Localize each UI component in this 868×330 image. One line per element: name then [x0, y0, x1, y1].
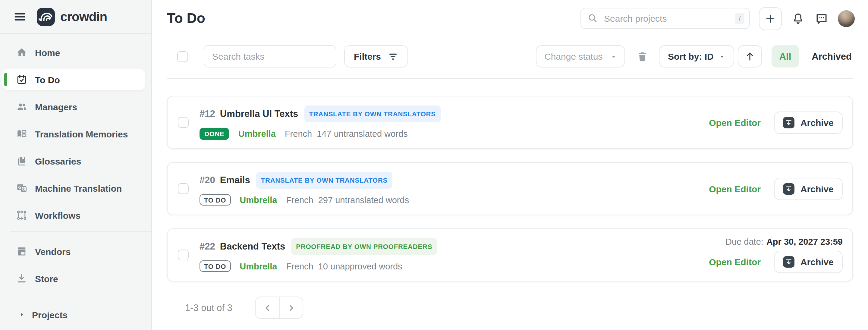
- task-actions: Open Editor Archive: [709, 111, 843, 133]
- open-editor-link[interactable]: Open Editor: [709, 183, 761, 194]
- sort-direction-button[interactable]: [738, 45, 762, 67]
- archive-button[interactable]: Archive: [774, 111, 843, 133]
- sidebar-item-workflows[interactable]: Workflows: [2, 204, 145, 226]
- home-icon: [16, 47, 27, 58]
- task-card: #12 Umbrella UI Texts TRANSLATE BY OWN T…: [167, 96, 853, 149]
- next-page-button[interactable]: [279, 297, 303, 318]
- sidebar-item-todo[interactable]: To Do: [2, 69, 145, 90]
- crowdin-logo[interactable]: crowdin: [37, 7, 107, 26]
- task-id: #12: [199, 108, 215, 120]
- tab-archived[interactable]: Archived: [812, 51, 852, 62]
- vendors-icon: [16, 246, 27, 257]
- task-actions: Due date:Apr 30, 2027 23:59 Open Editor …: [709, 237, 843, 273]
- crowdin-logo-icon: [37, 7, 55, 26]
- caret-right-icon: [19, 311, 25, 318]
- task-checkbox[interactable]: [178, 117, 189, 128]
- archive-box-icon: [783, 117, 795, 128]
- search-tasks-input[interactable]: [204, 45, 336, 67]
- store-download-icon: [16, 273, 27, 284]
- sidebar-item-glossaries[interactable]: Glossaries: [2, 150, 145, 172]
- task-title[interactable]: Umbrella UI Texts: [220, 108, 299, 120]
- app-stage: crowdin Home To Do: [0, 0, 868, 330]
- pager-controls: [255, 297, 304, 319]
- sort-dropdown[interactable]: Sort by: ID: [659, 45, 734, 67]
- sidebar-item-store[interactable]: Store: [2, 268, 145, 289]
- task-checkbox[interactable]: [178, 249, 189, 260]
- status-badge: DONE: [199, 127, 229, 140]
- crowdin-logo-text: crowdin: [60, 9, 107, 24]
- search-projects-input[interactable]: [581, 8, 750, 29]
- filter-lines-icon: [388, 51, 398, 62]
- select-all-checkbox[interactable]: [177, 51, 188, 62]
- archive-button[interactable]: Archive: [774, 251, 843, 273]
- machine-translation-icon: [16, 183, 27, 193]
- task-words: 297 untranslated words: [318, 195, 409, 205]
- task-card: #20 Emails TRANSLATE BY OWN TRANSLATORS …: [167, 162, 853, 215]
- create-button[interactable]: [759, 7, 782, 30]
- header-divider: [167, 37, 853, 37]
- pagination: 1-3 out of 3: [185, 297, 868, 319]
- task-language: French: [286, 261, 313, 271]
- project-link[interactable]: Umbrella: [239, 129, 276, 138]
- task-info: #20 Emails TRANSLATE BY OWN TRANSLATORS …: [199, 172, 709, 206]
- task-title[interactable]: Emails: [220, 174, 250, 186]
- task-id: #22: [199, 240, 215, 252]
- task-language: French: [286, 195, 313, 205]
- sidebar-item-home[interactable]: Home: [2, 41, 145, 63]
- messages-chat-icon[interactable]: [814, 11, 829, 26]
- pagination-summary: 1-3 out of 3: [185, 302, 232, 313]
- task-list: #12 Umbrella UI Texts TRANSLATE BY OWN T…: [152, 96, 868, 281]
- todo-calendar-icon: [16, 74, 27, 85]
- due-date-value: Apr 30, 2027 23:59: [767, 237, 843, 246]
- archive-box-icon: [783, 183, 795, 194]
- change-status-dropdown[interactable]: Change status: [536, 45, 625, 67]
- shortcut-badge: /: [735, 13, 744, 24]
- sidebar-item-managers[interactable]: Managers: [2, 96, 145, 118]
- sidebar-item-machine-translation[interactable]: Machine Translation: [2, 177, 145, 199]
- due-date-label: Due date:: [725, 237, 764, 246]
- filters-button[interactable]: Filters: [344, 45, 408, 67]
- toolbar-left: Filters: [167, 45, 408, 67]
- glossaries-icon: [16, 155, 27, 167]
- task-info: #22 Backend Texts PROOFREAD BY OWN PROOF…: [199, 238, 709, 272]
- project-link[interactable]: Umbrella: [240, 261, 277, 271]
- tab-all[interactable]: All: [772, 45, 799, 67]
- translation-memories-icon: [16, 128, 27, 139]
- sidebar-item-vendors[interactable]: Vendors: [2, 240, 145, 262]
- sidebar-header: crowdin: [0, 0, 151, 34]
- task-id: #20: [199, 174, 215, 186]
- project-link[interactable]: Umbrella: [240, 195, 277, 205]
- sidebar-nav: Home To Do: [0, 34, 151, 326]
- workflow-badge: TRANSLATE BY OWN TRANSLATORS: [256, 172, 393, 189]
- delete-trash-icon[interactable]: [637, 49, 649, 64]
- task-checkbox[interactable]: [178, 183, 189, 194]
- archive-box-icon: [783, 256, 795, 268]
- sidebar-item-translation-memories[interactable]: Translation Memories: [2, 123, 145, 145]
- workflows-icon: [16, 210, 27, 220]
- active-indicator: [4, 73, 7, 86]
- status-badge: TO DO: [199, 194, 230, 206]
- sidebar: crowdin Home To Do: [0, 0, 152, 330]
- managers-icon: [16, 101, 27, 112]
- hamburger-menu-icon[interactable]: [13, 10, 27, 23]
- task-language: French: [285, 129, 312, 138]
- due-date: Due date:Apr 30, 2027 23:59: [725, 237, 843, 246]
- sidebar-divider: [10, 232, 151, 232]
- caret-down-icon: [611, 53, 617, 59]
- archive-button[interactable]: Archive: [774, 178, 843, 200]
- task-card: #22 Backend Texts PROOFREAD BY OWN PROOF…: [167, 229, 853, 281]
- open-editor-link[interactable]: Open Editor: [709, 257, 761, 267]
- main-content: To Do /: [152, 0, 868, 330]
- task-actions: Open Editor Archive: [709, 178, 843, 200]
- notifications-bell-icon[interactable]: [791, 11, 805, 26]
- search-icon: [587, 13, 598, 24]
- prev-page-button[interactable]: [256, 297, 279, 318]
- workflow-badge: TRANSLATE BY OWN TRANSLATORS: [304, 105, 440, 122]
- user-avatar[interactable]: [838, 10, 855, 27]
- task-words: 147 untranslated words: [317, 129, 408, 138]
- open-editor-link[interactable]: Open Editor: [709, 117, 761, 127]
- sidebar-item-projects[interactable]: Projects: [2, 304, 145, 326]
- task-info: #12 Umbrella UI Texts TRANSLATE BY OWN T…: [199, 105, 709, 140]
- page-header: To Do /: [152, 0, 868, 37]
- task-title[interactable]: Backend Texts: [220, 240, 285, 252]
